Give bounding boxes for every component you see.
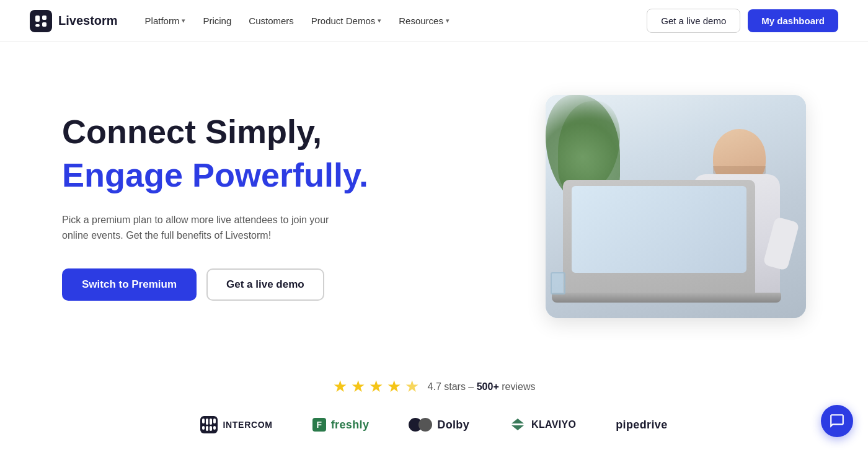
- star-1: ★: [333, 377, 347, 396]
- hero-section: Connect Simply, Engage Powerfully. Pick …: [0, 42, 868, 365]
- social-proof-section: ★ ★ ★ ★ ★ 4.7 stars – 500+ reviews: [0, 365, 868, 452]
- dolby-icon: [409, 418, 432, 432]
- brand-intercom: INTERCOM: [200, 416, 272, 433]
- navbar: Livestorm Platform ▾ Pricing Customers P…: [0, 0, 868, 42]
- get-live-demo-nav-button[interactable]: Get a live demo: [647, 9, 740, 33]
- chevron-down-icon: ▾: [378, 17, 381, 25]
- nav-resources[interactable]: Resources ▾: [391, 11, 457, 31]
- brand-dolby: Dolby: [409, 418, 469, 432]
- dolby-label: Dolby: [437, 419, 469, 432]
- chevron-down-icon: ▾: [446, 17, 450, 25]
- hero-title-line1: Connect Simply,: [62, 112, 397, 151]
- brand-freshly: F freshly: [312, 418, 370, 432]
- star-2: ★: [351, 377, 365, 396]
- hero-title-line2: Engage Powerfully.: [62, 156, 397, 194]
- freshly-label: freshly: [331, 419, 370, 432]
- hero-content: Connect Simply, Engage Powerfully. Pick …: [62, 112, 397, 300]
- star-4: ★: [387, 377, 401, 396]
- switch-to-premium-button[interactable]: Switch to Premium: [62, 268, 197, 301]
- freshly-icon: F: [312, 418, 326, 432]
- nav-platform[interactable]: Platform ▾: [138, 11, 193, 31]
- hero-subtitle: Pick a premium plan to allow more live a…: [62, 212, 335, 244]
- navbar-right: Get a live demo My dashboard: [647, 9, 838, 33]
- logo-icon: [30, 10, 52, 32]
- klaviyo-label: KLAVIYO: [531, 419, 576, 430]
- brand-klaviyo: KLAVIYO: [509, 419, 576, 431]
- intercom-label: INTERCOM: [223, 420, 272, 430]
- chat-icon: [829, 413, 845, 429]
- stars-row: ★ ★ ★ ★ ★ 4.7 stars – 500+ reviews: [0, 377, 868, 396]
- nav-pricing[interactable]: Pricing: [195, 11, 239, 31]
- star-3: ★: [369, 377, 383, 396]
- svg-rect-2: [42, 22, 46, 27]
- laptop-body: [563, 180, 755, 295]
- star-5-half: ★: [405, 377, 419, 396]
- navbar-left: Livestorm Platform ▾ Pricing Customers P…: [30, 10, 457, 32]
- water-glass: [551, 272, 565, 295]
- svg-rect-3: [35, 24, 40, 27]
- hero-image: [546, 95, 806, 318]
- logo[interactable]: Livestorm: [30, 10, 118, 32]
- svg-rect-1: [42, 16, 46, 20]
- chat-button[interactable]: [821, 405, 853, 437]
- nav-product-demos[interactable]: Product Demos ▾: [304, 11, 389, 31]
- brand-pipedrive: pipedrive: [616, 419, 667, 432]
- svg-rect-0: [35, 16, 40, 22]
- hero-image-wrap: [546, 95, 806, 318]
- laptop-screen: [572, 186, 746, 273]
- laptop-base: [552, 293, 781, 303]
- nav-customers[interactable]: Customers: [241, 11, 301, 31]
- intercom-icon: [200, 416, 218, 433]
- get-live-demo-hero-button[interactable]: Get a live demo: [206, 268, 324, 301]
- review-text: 4.7 stars – 500+ reviews: [428, 381, 536, 392]
- nav-links: Platform ▾ Pricing Customers Product Dem…: [138, 11, 457, 31]
- logo-text: Livestorm: [58, 14, 118, 28]
- my-dashboard-button[interactable]: My dashboard: [748, 9, 838, 32]
- klaviyo-icon: [509, 419, 526, 431]
- hero-buttons: Switch to Premium Get a live demo: [62, 268, 397, 301]
- pipedrive-label: pipedrive: [616, 419, 667, 432]
- chevron-down-icon: ▾: [182, 17, 185, 25]
- brand-logos-row: INTERCOM F freshly Dolby KLAVIYO: [0, 416, 868, 433]
